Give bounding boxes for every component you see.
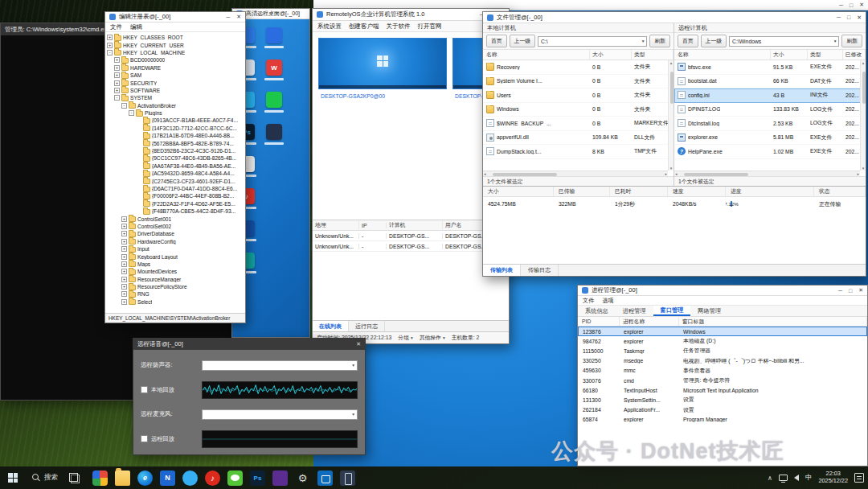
column-header-speed[interactable]: 速度 [668,187,726,196]
scroll-right-icon[interactable]: ▸ [857,171,859,176]
tree-item[interactable]: - ActivationBroker [105,102,245,109]
scroll-left-icon[interactable]: ◂ [675,171,678,176]
tree-item[interactable]: + MountedDevices [105,268,245,275]
vertical-scrollbar[interactable]: ▴ ▾ [860,60,866,171]
column-header-size[interactable]: 大小 [590,50,632,60]
host-row[interactable]: Unknown/Unk... - DESKTOP-GS... DESKTOP-G… [313,241,509,252]
tree-item[interactable]: + BCD00000000 [105,56,245,64]
expand-toggle-icon[interactable]: + [114,88,120,93]
tree-item[interactable]: {C2745EC3-CF23-4601-92EF-D1... [105,177,245,184]
taskbar-icon-browser[interactable] [182,471,198,486]
tree-item[interactable]: + ControlSet002 [105,223,245,230]
other-actions-dropdown[interactable]: 其他操作▾ [420,334,445,342]
bootstat.dat[interactable]: bootstat.dat 66 KB DAT文件 202... [674,75,866,89]
column-header-progress[interactable]: 进度 [726,187,814,196]
config.ini[interactable]: config.ini 43 B INI文件 202... [674,88,866,103]
taskbar-icon-photoshop[interactable]: Ps [250,471,265,486]
taskbar-icon-ide[interactable] [272,471,288,486]
tab-network-management[interactable]: 网络管理 [690,306,728,316]
registry-titlebar[interactable]: 编辑注册表@[-_00] ─ ✕ [105,12,245,23]
notification-center-icon[interactable] [854,473,864,483]
path-combobox[interactable]: C:\▾ [538,36,647,47]
expand-toggle-icon[interactable]: + [121,239,127,244]
up-button[interactable]: 上一级 [701,35,727,47]
expand-toggle-icon[interactable]: + [121,284,127,290]
menu-file[interactable]: 文件 [583,297,594,305]
minimize-icon[interactable]: ─ [837,14,841,20]
menu-file[interactable]: 文件 [110,23,122,31]
tree-item[interactable]: + RNG [105,290,245,298]
tree-item[interactable]: + ResourceManager [105,276,245,283]
expand-toggle-icon[interactable]: + [121,254,127,260]
explorer[interactable]: 984762 explorer 本地磁盘 (D:) [578,336,867,346]
menu-about[interactable]: 关于软件 [387,23,411,31]
tree-item[interactable]: {F00006F2-44BC-44EF-808B-B2... [105,192,245,199]
maximize-icon[interactable]: □ [847,14,850,20]
column-header-pid[interactable]: PID [578,317,620,326]
microphone-device-select[interactable]: ▾ [202,409,358,420]
tree-item[interactable]: + HKEY_CLASSES_ROOT [105,34,245,41]
transfer-row[interactable]: 4524.75MB 322MB 1分29秒 2048KB/s 7.12% 正在传… [483,197,866,211]
minimize-icon[interactable]: ─ [839,2,843,8]
explorer.exe[interactable]: explorer.exe 5.81 MB EXE文件 202... [674,131,866,146]
tab-system-info[interactable]: 系统信息 [578,306,616,316]
column-header-geo[interactable]: 地理 [313,221,359,229]
SystemSettin...[interactable]: 131300 SystemSettin... 设置 [578,395,867,405]
taskbar-icon-app-blue[interactable]: N [160,471,175,486]
tree-item[interactable]: + Keyboard Layout [105,253,245,260]
taskbar-icon-explorer[interactable] [115,471,130,486]
tree-item[interactable]: {D6AC71F0-D4A7-41DD-88C4-E6... [105,185,245,192]
tree-item[interactable]: + ResourcePolicyStore [105,283,245,290]
ime-language-indicator[interactable]: 中 [805,473,813,483]
task-view-icon[interactable] [69,473,80,483]
close-icon[interactable]: ✕ [236,14,241,20]
Taskmgr[interactable]: 1115000 Taskmgr 任务管理器 [578,346,867,355]
minimize-icon[interactable]: ─ [226,14,230,20]
msedge[interactable]: 330250 msedge 电视剧、哔哩哔哩 (゜-゜)つロ 干杯~-bilib… [578,356,867,366]
$WINRE_BACKUP_...[interactable]: $WINRE_BACKUP_... 0 B MARKER文件 [483,117,674,131]
column-header-elapsed[interactable]: 已耗时 [610,187,668,196]
horizontal-scrollbar[interactable]: ◂ ▸ [483,171,668,176]
local-playback-checkbox[interactable]: 本地回放 [141,386,197,394]
column-header-name[interactable]: 名称 [483,50,590,60]
tree-item[interactable]: - SYSTEM [105,94,245,101]
DtcInstall.log[interactable]: DtcInstall.log 2.53 KB LOG文件 202... [674,117,866,131]
column-header-size[interactable]: 大小 [483,187,554,196]
menu-create-client[interactable]: 创建客户端 [349,23,379,31]
home-button[interactable]: 首页 [678,35,698,47]
expand-toggle-icon[interactable]: + [107,43,113,48]
remote-icon-iqiyi[interactable] [264,92,284,113]
scroll-up-icon[interactable]: ▴ [862,60,865,65]
checkbox-icon[interactable] [141,386,148,393]
tab-run-log[interactable]: 运行日志 [349,321,385,331]
scroll-up-icon[interactable]: ▴ [670,60,673,65]
column-header-ip[interactable]: IP [359,223,387,228]
network-icon[interactable] [779,475,788,481]
expand-toggle-icon[interactable]: + [114,72,120,78]
scrollbar-thumb[interactable] [684,173,748,176]
taskbar-icon-edge[interactable]: e [137,471,153,486]
group-dropdown[interactable]: 分组▾ [398,334,412,342]
column-header-state[interactable]: 状态 [814,187,866,196]
column-header-type[interactable]: 类型 [632,50,674,60]
scrollbar-thumb[interactable] [493,173,557,176]
DPINST.LOG[interactable]: DPINST.LOG 133.83 KB LOG文件 202... [674,103,866,117]
ApplicationFr...[interactable]: 262184 ApplicationFr... 设置 [578,405,867,415]
tree-item[interactable]: - HKEY_LOCAL_MACHINE [105,49,245,56]
tree-item[interactable]: {F22D2A32-F1F4-4D62-AF5E-E5... [105,200,245,208]
remotelyos-titlebar[interactable]: RemotelyOS企业计算机管理系统 1.0 ─ □ ✕ [313,9,509,21]
home-button[interactable]: 首页 [486,35,507,47]
remote-playback-checkbox[interactable]: 远程回放 [141,435,197,443]
tree-item[interactable]: {AA67AF38-44E0-4B49-BA56-AE... [105,162,245,170]
host-row[interactable]: Unknown/Unk... - DESKTOP-GS... DESKTOP-G… [313,231,509,241]
expand-toggle-icon[interactable]: - [114,95,120,101]
maximize-icon[interactable]: □ [850,2,853,8]
tree-item[interactable]: + HardwareConfig [105,238,245,245]
Users[interactable]: Users 0 B 文件夹 [483,88,674,103]
expand-toggle-icon[interactable]: + [121,224,127,229]
vertical-scrollbar[interactable]: ▴ ▾ [668,60,674,171]
Windows[interactable]: Windows 0 B 文件夹 [483,103,674,117]
System Volume I...[interactable]: System Volume I... 0 B 文件夹 [483,75,674,89]
expand-toggle-icon[interactable]: + [121,277,127,282]
menu-system-settings[interactable]: 系统设置 [317,23,342,31]
